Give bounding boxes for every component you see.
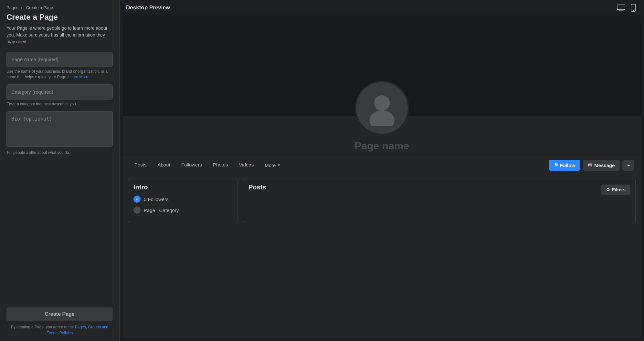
bio-textarea[interactable]: [6, 111, 113, 147]
preview-device-toggles: [617, 5, 638, 11]
message-icon: ✉: [588, 162, 592, 168]
left-panel: Pages › Create a Page Create a Page Your…: [0, 0, 120, 341]
bio-group: Tell people a little about what you do.: [6, 111, 113, 155]
more-dots-button[interactable]: ···: [622, 160, 634, 171]
page-category-text: Page · Category: [144, 208, 179, 213]
desktop-view-icon[interactable]: [617, 5, 625, 11]
cover-photo: [123, 16, 641, 116]
flag-icon: ⚑: [554, 162, 558, 168]
filter-icon: ⚙: [606, 187, 610, 192]
tab-posts[interactable]: Posts: [129, 157, 152, 173]
avatar-container: [355, 81, 409, 135]
page-nav: Posts About Followers Photos Videos More…: [123, 157, 641, 173]
right-panel: Desktop Preview: [120, 0, 644, 341]
page-name-text: Page name: [354, 140, 409, 152]
create-page-button[interactable]: Create Page: [6, 307, 113, 321]
page-description: Your Page is where people go to learn mo…: [6, 25, 113, 45]
svg-point-7: [369, 111, 394, 126]
followers-check-icon: ✓: [133, 196, 141, 203]
intro-title: Intro: [133, 184, 232, 191]
page-title: Create a Page: [6, 13, 113, 22]
intro-card: Intro ✓ 0 Followers i Page · Category: [128, 178, 238, 223]
page-preview: Page name Posts About Followers Photos V…: [123, 16, 641, 338]
svg-point-6: [374, 95, 389, 111]
breadcrumb-separator: ›: [21, 5, 22, 10]
category-info-icon: i: [133, 207, 141, 214]
posts-title: Posts: [248, 184, 266, 191]
intro-followers-item: ✓ 0 Followers: [133, 196, 232, 203]
tab-more[interactable]: More ▼: [259, 157, 286, 173]
category-hint: Enter a category that best describes you…: [6, 101, 113, 107]
preview-title: Desktop Preview: [126, 5, 170, 11]
category-group: Enter a category that best describes you…: [6, 84, 113, 107]
preview-header: Desktop Preview: [120, 0, 644, 16]
posts-header: Posts ⚙ Filters: [248, 184, 630, 196]
terms-text: By creating a Page, you agree to the Pag…: [6, 324, 113, 336]
bio-hint: Tell people a little about what you do.: [6, 150, 113, 155]
pages-policy-link[interactable]: Pages: [75, 325, 86, 329]
page-name-input[interactable]: [6, 52, 113, 67]
chevron-down-icon: ▼: [277, 163, 280, 167]
breadcrumb-current: Create a Page: [26, 5, 53, 10]
category-input[interactable]: [6, 84, 113, 100]
tab-followers[interactable]: Followers: [176, 157, 207, 173]
follow-button[interactable]: ⚑ Follow: [549, 160, 581, 171]
mobile-view-icon[interactable]: [629, 5, 638, 11]
svg-point-5: [633, 10, 634, 11]
breadcrumb: Pages › Create a Page: [6, 5, 113, 10]
nav-tabs: Posts About Followers Photos Videos More…: [129, 157, 547, 173]
message-button[interactable]: ✉ Message: [583, 160, 620, 171]
filters-button[interactable]: ⚙ Filters: [601, 185, 630, 195]
page-name-display: Page name: [123, 140, 641, 157]
learn-more-link[interactable]: Learn More: [68, 75, 88, 79]
avatar: [355, 81, 409, 135]
followers-count: 0 Followers: [144, 197, 169, 202]
page-name-hint: Use the name of your business, brand or …: [6, 69, 113, 80]
tab-photos[interactable]: Photos: [208, 157, 233, 173]
intro-category-item: i Page · Category: [133, 207, 232, 214]
nav-actions: ⚑ Follow ✉ Message ···: [549, 160, 634, 171]
tab-about[interactable]: About: [153, 157, 175, 173]
page-name-group: Use the name of your business, brand or …: [6, 52, 113, 80]
tab-more-label: More: [265, 163, 276, 168]
page-content: Intro ✓ 0 Followers i Page · Category Po…: [123, 173, 641, 228]
svg-rect-0: [617, 5, 625, 10]
tab-videos[interactable]: Videos: [234, 157, 259, 173]
posts-card: Posts ⚙ Filters: [243, 178, 636, 223]
breadcrumb-pages-link[interactable]: Pages: [6, 5, 18, 10]
